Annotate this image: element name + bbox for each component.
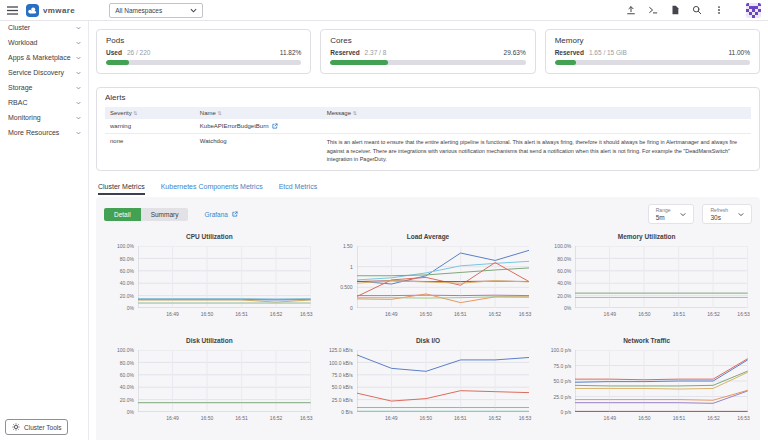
alert-message: This is an alert meant to ensure that th… bbox=[322, 134, 751, 167]
alerts-col-name[interactable]: Name ⇅ bbox=[195, 107, 322, 119]
vmware-logo-icon bbox=[26, 4, 39, 17]
resource-card-cores: CoresReserved2.37 / 829.63% bbox=[320, 29, 535, 74]
search-icon[interactable] bbox=[692, 5, 702, 15]
x-axis-labels: 16:4916:5016:5116:5216:53 bbox=[357, 412, 530, 422]
refresh-select[interactable]: Refresh 30s bbox=[702, 204, 752, 224]
kebab-menu-icon[interactable] bbox=[714, 5, 724, 15]
sidebar-item-rbac[interactable]: RBAC bbox=[0, 95, 88, 110]
alerts-col-message[interactable]: Message ⇅ bbox=[322, 107, 751, 119]
top-bar: vmware All Namespaces bbox=[0, 0, 768, 21]
x-tick-label: 16:53 bbox=[519, 311, 532, 317]
namespace-selector-value: All Namespaces bbox=[115, 7, 162, 14]
x-tick-label: 16:53 bbox=[737, 311, 750, 317]
y-tick-label: 40.0% bbox=[108, 280, 134, 286]
metric-percent: 11.82% bbox=[280, 49, 302, 56]
charts-grid: CPU Utilization100.0%80.0%60.0%40.0%20.0… bbox=[104, 233, 752, 440]
x-tick-label: 16:51 bbox=[673, 311, 686, 317]
sidebar-item-label: Workload bbox=[8, 39, 37, 46]
sidebar-item-label: Cluster bbox=[8, 24, 30, 31]
y-tick-label: 1.50 bbox=[327, 243, 353, 249]
chevron-down-icon bbox=[76, 41, 81, 45]
metrics-selects: Range 5m Refresh 30s bbox=[648, 204, 752, 224]
resource-card-pods: PodsUsed26 / 22011.82% bbox=[96, 29, 311, 74]
metric-value: 2.37 / 8 bbox=[365, 49, 387, 56]
y-tick-label: 0.500 bbox=[327, 284, 353, 290]
x-tick-label: 16:50 bbox=[419, 311, 432, 317]
alerts-table-body: warningKubeAPIErrorBudgetBurn noneWatchd… bbox=[105, 119, 751, 167]
sidebar-item-monitoring[interactable]: Monitoring bbox=[0, 110, 88, 125]
y-tick-label: 20.0% bbox=[545, 293, 571, 299]
sidebar: ClusterWorkloadApps & MarketplaceService… bbox=[0, 20, 89, 440]
chevron-down-icon bbox=[76, 86, 81, 90]
x-tick-label: 16:53 bbox=[519, 415, 532, 421]
y-axis-labels: 100.0%80.0%60.0%40.0%20.0%0% bbox=[545, 243, 575, 311]
main-content: PodsUsed26 / 22011.82%CoresReserved2.37 … bbox=[88, 21, 768, 440]
namespace-selector[interactable]: All Namespaces bbox=[109, 3, 203, 18]
y-tick-label: 60.0% bbox=[108, 268, 134, 274]
download-kubeconfig-icon[interactable] bbox=[670, 5, 680, 15]
alerts-title: Alerts bbox=[105, 93, 751, 102]
chart-title: Memory Utilization bbox=[545, 233, 748, 240]
card-metric-line: Used26 / 22011.82% bbox=[106, 49, 301, 56]
sidebar-item-workload[interactable]: Workload bbox=[0, 35, 88, 50]
tab-etcd-metrics[interactable]: Etcd Metrics bbox=[279, 183, 318, 195]
detail-button[interactable]: Detail bbox=[104, 208, 141, 221]
y-tick-label: 0% bbox=[108, 305, 134, 311]
tab-kubernetes-components-metrics[interactable]: Kubernetes Components Metrics bbox=[161, 183, 263, 195]
x-tick-label: 16:50 bbox=[201, 311, 214, 317]
tab-cluster-metrics[interactable]: Cluster Metrics bbox=[98, 183, 145, 195]
chart-title: Disk I/O bbox=[327, 337, 530, 344]
x-tick-label: 16:50 bbox=[638, 415, 651, 421]
sidebar-item-more-resources[interactable]: More Resources bbox=[0, 125, 88, 140]
y-tick-label: 100.0 kB/s bbox=[327, 360, 353, 366]
brand-logo[interactable]: vmware bbox=[26, 4, 75, 17]
x-tick-label: 16:51 bbox=[235, 415, 248, 421]
x-tick-label: 16:49 bbox=[166, 415, 179, 421]
cluster-tools-button[interactable]: Cluster Tools bbox=[5, 419, 68, 435]
sidebar-item-label: Service Discovery bbox=[8, 69, 64, 76]
chevron-down-icon bbox=[190, 8, 197, 13]
import-yaml-icon[interactable] bbox=[626, 5, 636, 15]
y-tick-label: 20.0% bbox=[108, 397, 134, 403]
range-select[interactable]: Range 5m bbox=[648, 204, 695, 224]
chevron-down-icon bbox=[76, 71, 81, 75]
x-tick-label: 16:50 bbox=[419, 415, 432, 421]
x-tick-label: 16:50 bbox=[638, 311, 651, 317]
alert-severity: warning bbox=[105, 119, 195, 134]
metric-label: Reserved bbox=[330, 49, 359, 56]
summary-button[interactable]: Summary bbox=[141, 208, 189, 221]
menu-icon[interactable] bbox=[7, 6, 18, 15]
metric-value: 26 / 220 bbox=[127, 49, 151, 56]
y-tick-label: 0% bbox=[545, 305, 571, 311]
usage-bar-fill bbox=[330, 60, 388, 65]
y-tick-label: 20.0% bbox=[108, 293, 134, 299]
external-link-icon[interactable] bbox=[272, 123, 278, 129]
sidebar-item-cluster[interactable]: Cluster bbox=[0, 20, 88, 35]
chart-title: Load Average bbox=[327, 233, 530, 240]
x-tick-label: 16:49 bbox=[385, 415, 398, 421]
usage-bar bbox=[106, 60, 301, 65]
chart-cpu-utilization: CPU Utilization100.0%80.0%60.0%40.0%20.0… bbox=[108, 233, 311, 321]
chevron-down-icon bbox=[76, 101, 81, 105]
x-axis-labels: 16:4916:5016:5116:5216:53 bbox=[575, 412, 748, 422]
kubectl-shell-icon[interactable] bbox=[648, 5, 658, 15]
y-axis-labels: 100.0 p/s75.0 p/s50.0 p/s25.0 p/s0 p/s bbox=[545, 347, 575, 415]
sidebar-item-storage[interactable]: Storage bbox=[0, 80, 88, 95]
chart-network-traffic: Network Traffic100.0 p/s75.0 p/s50.0 p/s… bbox=[545, 337, 748, 425]
sidebar-item-label: More Resources bbox=[8, 129, 59, 136]
chevron-down-icon bbox=[76, 116, 81, 120]
alert-name: Watchdog bbox=[195, 134, 322, 167]
chart-plot: 16:4916:5016:5116:5216:53 bbox=[138, 246, 311, 308]
x-tick-label: 16:49 bbox=[604, 415, 617, 421]
card-title: Pods bbox=[106, 36, 301, 45]
y-tick-label: 25.0 p/s bbox=[545, 394, 571, 400]
usage-bar bbox=[555, 60, 750, 65]
alerts-col-severity[interactable]: Severity ⇅ bbox=[105, 107, 195, 119]
grafana-link[interactable]: Grafana bbox=[204, 211, 238, 218]
chart-plot: 16:4916:5016:5116:5216:53 bbox=[357, 246, 530, 308]
avatar[interactable] bbox=[746, 3, 761, 18]
refresh-select-value: 30s bbox=[710, 214, 728, 221]
sidebar-item-apps-marketplace[interactable]: Apps & Marketplace bbox=[0, 50, 88, 65]
y-tick-label: 100.0% bbox=[545, 243, 571, 249]
sidebar-item-service-discovery[interactable]: Service Discovery bbox=[0, 65, 88, 80]
